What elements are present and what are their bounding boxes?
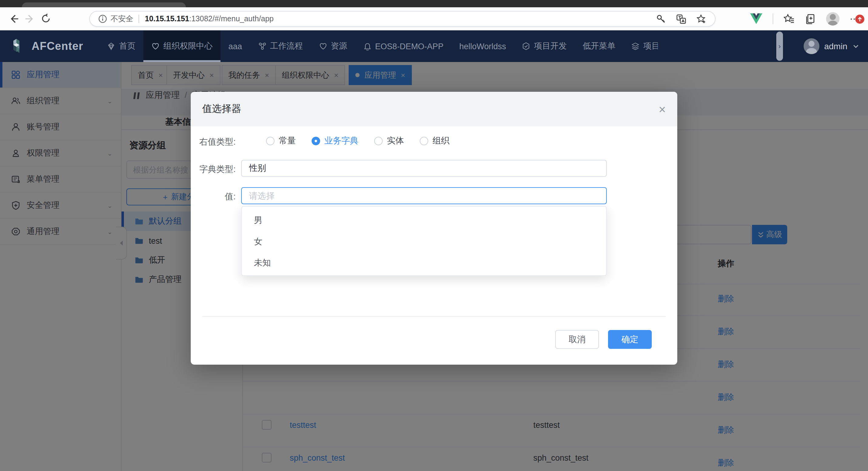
security-label[interactable]: 不安全 [111, 14, 133, 24]
radio-organization[interactable]: 组织 [420, 136, 450, 146]
nav-item-workflow[interactable]: 工作流程 [250, 30, 311, 62]
close-icon[interactable]: × [659, 103, 666, 115]
confirm-button[interactable]: 确定 [608, 330, 652, 349]
heart-icon [318, 42, 327, 51]
vue-devtools-icon[interactable] [750, 13, 762, 24]
browser-tabstrip [0, 0, 868, 7]
app-brand-name: AFCenter [32, 40, 83, 53]
nav-item-aaa[interactable]: aaa [220, 30, 250, 62]
nav-item-project-mgmt[interactable]: 项目管理 [623, 30, 658, 62]
layers-icon [631, 42, 640, 51]
chevron-right-icon: › [778, 42, 780, 50]
collections-icon[interactable] [805, 13, 816, 24]
afcenter-logo-icon [11, 38, 27, 54]
app-nav-menu: 首页 组织权限中心 aaa 工作流程 资源 EOS8-DEMO-APP hell… [99, 30, 658, 62]
radio-constant[interactable]: 常量 [266, 136, 296, 146]
nav-item-resource[interactable]: 资源 [311, 30, 355, 62]
dict-type-input[interactable] [241, 160, 607, 177]
value-label: 值: [191, 192, 236, 202]
browser-toolbar: 不安全 10.15.15.151:13082/#/menu_auth/app ⋯ [0, 7, 868, 30]
dropdown-option-unknown[interactable]: 未知 [242, 252, 606, 273]
user-avatar [804, 38, 819, 54]
refresh-icon[interactable] [38, 13, 54, 24]
info-icon[interactable] [98, 14, 107, 23]
nav-item-home[interactable]: 首页 [99, 30, 143, 62]
nav-item-lowcode-menu[interactable]: 低开菜单 [575, 30, 623, 62]
nav-item-org-auth-center[interactable]: 组织权限中心 [143, 30, 220, 62]
bell-icon [363, 42, 371, 51]
translate-icon[interactable] [676, 14, 686, 24]
browser-extensions-area: ⋯ [750, 11, 860, 27]
value-select-input[interactable] [241, 187, 607, 204]
toolbar-divider [773, 13, 773, 24]
cancel-button[interactable]: 取消 [555, 330, 599, 349]
app-brand[interactable]: AFCenter [0, 38, 99, 54]
dialog-title: 值选择器 [202, 103, 241, 115]
dialog-footer-divider [202, 316, 666, 317]
radio-icon [374, 137, 383, 145]
heart-icon [151, 42, 160, 51]
value-dropdown: 男 女 未知 [241, 206, 607, 276]
radio-business-dict[interactable]: 业务字典 [312, 136, 359, 146]
app-navbar: AFCenter 首页 组织权限中心 aaa 工作流程 资源 EOS8- [0, 30, 868, 62]
gem-icon [107, 42, 116, 51]
screen: 不安全 10.15.15.151:13082/#/menu_auth/app ⋯ [0, 0, 868, 471]
browser-update-badge[interactable] [855, 14, 864, 24]
user-name: admin [824, 41, 847, 51]
favorite-add-icon[interactable] [696, 14, 706, 24]
right-value-type-radios: 常量 业务字典 实体 组织 [266, 136, 450, 146]
password-key-icon[interactable] [656, 14, 666, 24]
nav-overflow-scrollbar[interactable]: › [776, 32, 783, 61]
chevron-down-icon [852, 42, 860, 50]
dropdown-option-male[interactable]: 男 [242, 210, 606, 231]
radio-entity[interactable]: 实体 [374, 136, 404, 146]
workflow-icon [258, 42, 266, 51]
browser-profile-avatar[interactable] [826, 12, 839, 26]
radio-icon [266, 137, 275, 145]
hexagon-check-icon [522, 42, 530, 51]
radio-icon [312, 137, 320, 145]
url-path: :13082/#/menu_auth/app [189, 14, 274, 23]
value-selector-dialog: 值选择器 × 右值类型: 常量 业务字典 实体 组织 字典类型: 值: [191, 92, 677, 365]
nav-item-eos8-demo-app[interactable]: EOS8-DEMO-APP [355, 30, 451, 62]
dict-type-label: 字典类型: [191, 164, 236, 175]
address-bar[interactable]: 不安全 10.15.15.151:13082/#/menu_auth/app [89, 11, 716, 27]
nav-item-project-dev[interactable]: 项目开发 [514, 30, 575, 62]
radio-icon [420, 137, 428, 145]
dialog-footer: 取消 确定 [555, 330, 652, 349]
url-host: 10.15.15.151 [145, 14, 189, 23]
dropdown-option-female[interactable]: 女 [242, 231, 606, 252]
browser-active-tab[interactable] [22, 2, 186, 7]
right-value-type-label: 右值类型: [191, 137, 236, 148]
user-menu[interactable]: admin [804, 38, 860, 54]
nav-item-helloworldss[interactable]: helloWorldss [451, 30, 514, 62]
back-icon[interactable] [6, 13, 22, 24]
favorites-list-icon[interactable] [783, 13, 795, 24]
dialog-header: 值选择器 × [191, 92, 677, 126]
forward-icon[interactable] [22, 13, 38, 24]
url-divider [138, 14, 139, 23]
